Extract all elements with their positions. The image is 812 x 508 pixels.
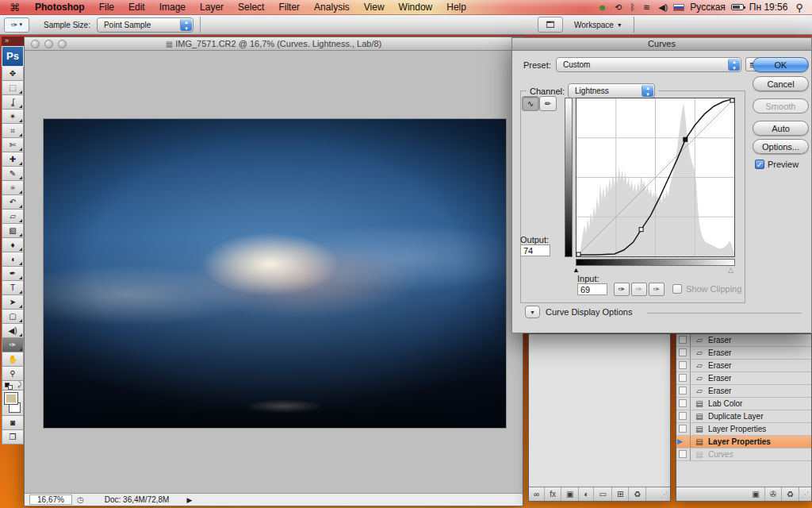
output-field[interactable]: 74 [520,244,550,256]
magic-wand-tool[interactable]: ✶ [2,110,24,124]
status-flyout-button[interactable]: ▶ [186,496,192,504]
clone-stamp-tool[interactable]: ⍟ [2,181,24,195]
cancel-button[interactable]: Cancel [753,76,809,91]
curves-dialog-title[interactable]: Curves [512,38,811,51]
history-source-well[interactable] [676,347,691,359]
brush-tool[interactable]: ✎ [2,167,24,181]
move-tool[interactable]: ✥ [2,67,24,81]
history-source-well[interactable] [676,385,691,397]
history-source-well[interactable] [676,423,691,435]
menu-item-image[interactable]: Image [152,2,193,13]
lasso-tool[interactable]: ʆ [2,95,24,110]
audio-annotation-tool[interactable]: ◀) [2,324,24,338]
history-source-well[interactable] [676,448,691,460]
toolbar-collapse-button[interactable]: » [2,37,24,46]
delete-layer-button[interactable]: ♻ [629,487,646,501]
black-point-slider[interactable]: ▲ [573,267,580,274]
history-state-row[interactable]: ▤Duplicate Layer [676,410,811,423]
input-field[interactable]: 69 [577,283,607,295]
dodge-tool[interactable]: ◖ [2,252,24,267]
crop-tool[interactable]: ⌗ [2,124,24,138]
history-source-well[interactable] [676,360,691,371]
new-layer-button[interactable]: ⊞ [612,487,629,501]
white-point-dropper-button[interactable]: ✑ [649,283,665,296]
edit-points-tool-button[interactable]: ∿ [522,96,539,111]
menu-item-file[interactable]: File [92,2,121,13]
document-titlebar[interactable]: ▦IMG_7571.CR2 @ 16,7% (Curves. Lightness… [25,37,523,51]
black-point-dropper-button[interactable]: ✑ [614,283,630,296]
auto-button[interactable]: Auto [753,121,809,136]
spotlight-icon[interactable]: ⚲ [793,2,806,13]
preview-checkbox[interactable]: ✓ [755,160,764,169]
preset-select[interactable]: Custom ▲▼ [556,57,741,72]
menu-item-filter[interactable]: Filter [271,2,307,13]
channel-select[interactable]: Lightness ▲▼ [568,83,655,98]
zoom-level-field[interactable]: 16,67% [29,495,72,505]
history-state-row[interactable]: ▱Eraser [676,385,811,398]
bluetooth-icon[interactable]: ᛒ [627,2,638,12]
russian-flag-icon[interactable] [673,4,684,11]
history-state-row[interactable]: ▤Curves [676,448,811,461]
path-selection-tool[interactable]: ➤ [2,295,24,310]
battery-icon[interactable] [731,4,744,10]
history-source-well[interactable] [676,334,691,346]
history-state-row[interactable]: ▱Eraser [676,360,811,372]
eyedropper-tool[interactable]: ✑ [2,338,24,352]
swatch-mini-controls[interactable]: ⤸ [2,381,24,391]
type-tool[interactable]: T [2,281,24,295]
healing-brush-tool[interactable]: ✚ [2,152,24,167]
history-source-well[interactable]: ▶ [676,436,691,448]
history-source-well[interactable] [676,410,691,422]
new-group-button[interactable]: ▭ [594,487,611,501]
shape-tool[interactable]: ▢ [2,310,24,324]
tool-preset-picker[interactable]: ✑ ▾ [4,17,29,33]
workspace-button[interactable]: 🗔 [538,17,563,33]
foreground-color-swatch[interactable] [5,393,17,404]
menu-item-photoshop[interactable]: Photoshop [28,2,92,13]
ok-button[interactable]: OK [753,57,809,72]
history-state-row[interactable]: ▱Eraser [676,372,811,385]
link-layers-button[interactable]: ∞ [529,487,545,501]
history-source-well[interactable] [676,398,691,410]
new-snapshot-button[interactable]: ✇ [765,487,782,501]
curves-graph[interactable] [576,98,735,257]
marquee-tool[interactable]: ⬚ [2,81,24,95]
options-button[interactable]: Options... [753,139,809,154]
sample-size-select[interactable]: Point Sample ▲▼ [97,17,193,33]
input-language-label[interactable]: Русская [688,2,728,13]
history-source-well[interactable] [676,372,691,384]
gray-point-dropper-button[interactable]: ✑ [631,283,647,296]
apple-menu-icon[interactable]: ⌘ [0,2,28,13]
blur-tool[interactable]: ♦ [2,238,24,252]
history-state-row[interactable]: ▤Lab Color [676,398,811,410]
volume-icon[interactable]: ◀) [656,2,670,13]
resize-grip-icon[interactable]: ⋰ [658,491,670,498]
pen-tool[interactable]: ✒ [2,267,24,281]
menu-item-edit[interactable]: Edit [121,2,152,13]
new-adjustment-layer-button[interactable]: ◐ [579,487,594,501]
menu-item-analysis[interactable]: Analysis [307,2,357,13]
menu-item-help[interactable]: Help [439,2,473,13]
menu-item-view[interactable]: View [357,2,392,13]
history-brush-tool[interactable]: ↶ [2,195,24,210]
add-layer-mask-button[interactable]: ▣ [561,487,579,501]
clock-label[interactable]: Пн 19:56 [747,2,791,13]
workspace-label[interactable]: Workspace [574,21,614,29]
menu-item-window[interactable]: Window [392,2,440,13]
resize-grip-icon[interactable]: ⋰ [799,491,811,498]
history-state-row[interactable]: ▤Layer Properties [676,423,811,436]
time-machine-icon[interactable]: ⟲ [612,2,624,13]
white-point-slider[interactable]: △ [728,267,733,274]
history-state-row[interactable]: ▱Eraser [676,334,811,347]
history-state-row[interactable]: ▱Eraser [676,347,811,360]
layer-style-button[interactable]: fx [545,487,561,501]
app-icon[interactable]: ☻ [596,2,610,12]
menu-item-layer[interactable]: Layer [193,2,231,13]
zoom-tool[interactable]: ⚲ [2,367,24,381]
draw-curve-tool-button[interactable]: ✏ [539,96,557,111]
gradient-tool[interactable]: ▧ [2,224,24,238]
quick-mask-button[interactable]: ◙ [2,416,24,430]
wifi-icon[interactable]: ≋ [641,2,653,13]
canvas-image[interactable] [43,118,507,429]
new-document-from-state-button[interactable]: ▣ [747,487,764,501]
